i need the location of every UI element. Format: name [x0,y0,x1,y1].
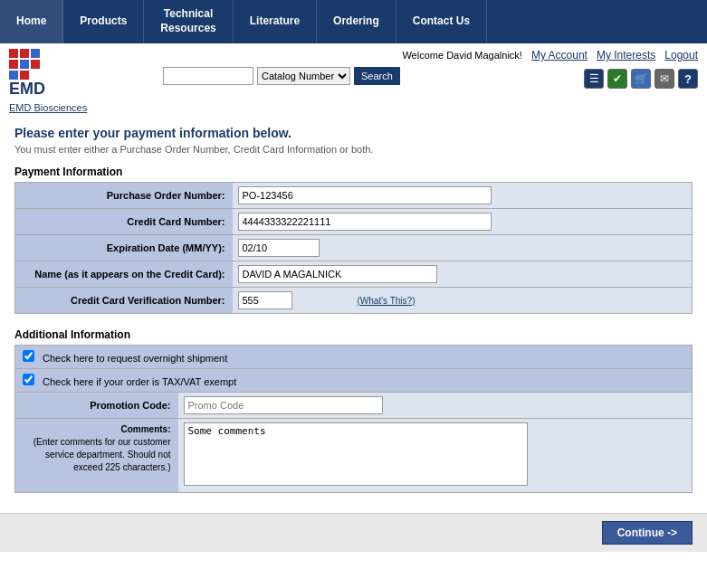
cart-icon-btn[interactable]: 🛒 [631,69,651,89]
nav-home[interactable]: Home [0,0,63,43]
cc-name-input[interactable] [238,265,437,283]
cvv-row: Credit Card Verification Number: (What's… [15,288,693,314]
logo: EMD [9,49,154,99]
promo-label: Promotion Code: [15,393,178,419]
svg-rect-2 [9,60,18,69]
cvv-input-cell: (What's This?) [233,288,693,314]
check-icon-btn[interactable]: ✔ [607,69,627,89]
footer-bar: Continue -> [0,513,707,552]
additional-section: Additional Information Check here to req… [14,328,693,493]
main-content: Please enter your payment information be… [0,117,707,513]
payment-section-title: Payment Information [14,166,693,178]
additional-section-title: Additional Information [14,328,693,341]
user-links-row: Welcome David Magalnick! My Account My I… [163,49,698,62]
emd-biosciences-link[interactable]: EMD Biosciences [9,102,154,113]
search-input[interactable] [163,67,253,85]
exp-date-input[interactable] [238,239,320,257]
nav-literature[interactable]: Literature [234,0,317,43]
overnight-label: Check here to request overnight shipment [43,353,227,364]
po-label: Purchase Order Number: [15,183,233,209]
cc-name-label: Name (as it appears on the Credit Card): [15,261,233,288]
overnight-checkbox-row: Check here to request overnight shipment [15,346,693,369]
my-account-link[interactable]: My Account [531,49,588,62]
right-header: Welcome David Magalnick! My Account My I… [154,49,698,89]
svg-rect-5 [31,60,40,69]
payment-table: Purchase Order Number: Credit Card Numbe… [14,182,693,314]
search-row: Catalog Number Product Name Search [163,67,400,85]
cc-number-row: Credit Card Number: [15,209,693,235]
po-input-cell [233,183,693,209]
tax-exempt-checkbox[interactable] [23,374,34,385]
tax-exempt-cell: Check here if your order is TAX/VAT exem… [15,369,693,393]
comments-input-cell: Some comments [178,419,693,493]
comments-row: Comments:(Enter comments for our custome… [15,419,693,493]
cvv-label: Credit Card Verification Number: [15,288,233,314]
promo-input-cell [178,393,693,419]
comments-textarea[interactable]: Some comments [184,422,528,486]
svg-text:EMD: EMD [9,80,45,98]
header: EMD EMD Biosciences Welcome David Magaln… [0,43,707,117]
cc-number-input[interactable] [238,213,492,231]
nav-tech-resources[interactable]: TechnicalResources [144,0,233,43]
additional-table: Check here to request overnight shipment… [14,345,693,493]
search-type-select[interactable]: Catalog Number Product Name [257,67,350,85]
tax-exempt-label: Check here if your order is TAX/VAT exem… [43,376,236,387]
po-number-row: Purchase Order Number: [15,183,693,209]
cc-number-input-cell [233,209,693,235]
exp-date-input-cell [233,235,693,261]
nav-bar: Home Products TechnicalResources Literat… [0,0,707,43]
logo-icon: EMD [9,49,54,99]
cc-number-label: Credit Card Number: [15,209,233,235]
promo-row: Promotion Code: [15,393,693,419]
welcome-text: Welcome David Magalnick! [402,50,521,61]
overnight-cell: Check here to request overnight shipment [15,346,693,369]
whats-this-link[interactable]: (What's This?) [358,296,416,306]
nav-contact-us[interactable]: Contact Us [396,0,487,43]
exp-date-label: Expiration Date (MM/YY): [15,235,233,261]
overnight-checkbox[interactable] [23,350,34,362]
exp-date-row: Expiration Date (MM/YY): [15,235,693,261]
svg-rect-1 [20,49,29,58]
po-number-input[interactable] [238,186,492,204]
nav-products[interactable]: Products [63,0,144,43]
svg-rect-6 [9,71,18,80]
cc-name-input-cell [233,261,693,288]
tax-exempt-checkbox-row: Check here if your order is TAX/VAT exem… [15,369,693,393]
search-button[interactable]: Search [354,67,400,85]
list-icon-btn[interactable]: ☰ [584,69,604,89]
cvv-cell: (What's This?) [238,291,687,309]
help-icon-btn[interactable]: ? [678,69,698,89]
svg-rect-3 [31,49,40,58]
svg-rect-4 [20,60,29,69]
svg-rect-7 [20,71,29,80]
nav-ordering[interactable]: Ordering [317,0,396,43]
page-instruction: Please enter your payment information be… [14,126,693,140]
cvv-input[interactable] [238,291,292,309]
cc-name-row: Name (as it appears on the Credit Card): [15,261,693,288]
page-sub-instruction: You must enter either a Purchase Order N… [14,144,693,155]
continue-button[interactable]: Continue -> [602,521,693,545]
mail-icon-btn[interactable]: ✉ [654,69,674,89]
toolbar-icons: ☰ ✔ 🛒 ✉ ? [584,69,698,89]
my-interests-link[interactable]: My Interests [597,49,655,62]
promo-code-input[interactable] [184,396,383,414]
logout-link[interactable]: Logout [664,49,698,62]
svg-rect-0 [9,49,18,58]
logo-area: EMD EMD Biosciences [9,49,154,113]
comments-label: Comments:(Enter comments for our custome… [15,419,178,493]
